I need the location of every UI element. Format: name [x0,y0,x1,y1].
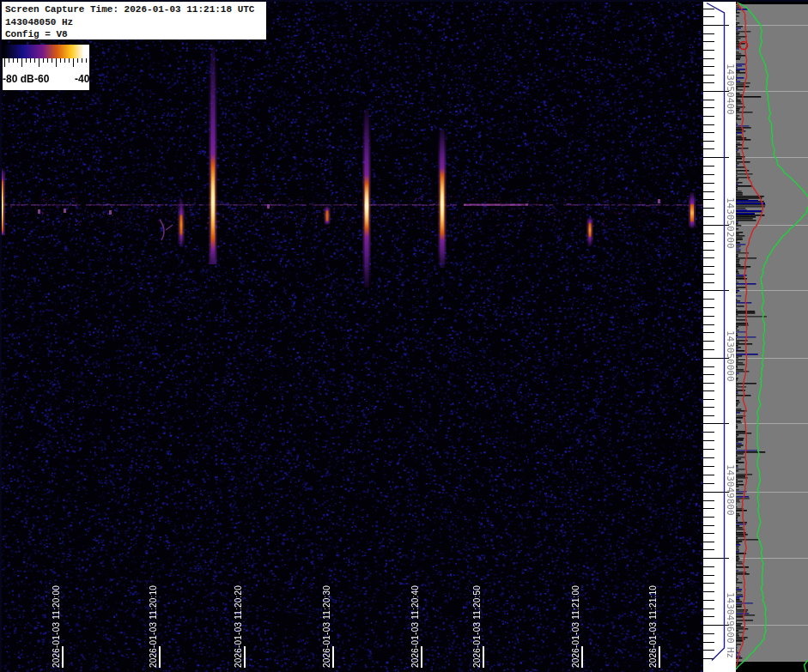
time-label: 2026-01-03 11:20:40 [410,573,420,668]
legend-label-80db: -80 dB [3,73,34,85]
time-label: 2026-01-03 11:20:20 [234,573,243,668]
capture-config-text: Config = V8 [5,28,266,41]
time-label-tick [659,646,660,668]
time-label: 2026-01-03 11:20:00 [52,573,61,668]
frequency-label: 143050400 [726,64,735,118]
time-label: 2026-01-03 11:21:00 [571,573,580,668]
window-border-left [0,0,2,672]
frequency-label: 143050200 [726,197,735,252]
frequency-label: 143049600 [726,592,735,647]
time-label-tick [421,646,422,668]
color-scale-gradient [3,45,89,58]
color-scale-legend: -80 dB -60 -40 [3,45,89,90]
frequency-unit-label: Hz [726,647,735,663]
legend-label-40db: -40 [75,73,89,85]
time-label-tick [244,646,246,668]
color-scale-ticks [3,58,89,70]
color-scale: -80 dB -60 -40 [3,58,89,90]
frequency-axis: 1430504001430502001430500001430498001430… [703,0,736,672]
capture-frequency-text: 143048050 Hz [5,16,266,29]
time-label-tick [332,646,334,668]
legend-label-60db: -60 [34,73,49,85]
time-label-tick [159,646,161,668]
capture-info-box: Screen Capture Time: 2026-01-03 11:21:18… [2,2,266,39]
time-label: 2026-01-03 11:20:50 [472,573,482,668]
time-label-tick [483,646,484,668]
time-label: 2026-01-03 11:20:10 [149,573,158,668]
time-label: 2026-01-03 11:21:10 [648,573,658,668]
spectrum-side-panel [736,0,808,672]
time-label: 2026-01-03 11:20:30 [322,573,331,668]
spectrum-lab-capture: 1430504001430502001430500001430498001430… [0,0,808,672]
time-label-tick [581,646,583,668]
capture-time-text: Screen Capture Time: 2026-01-03 11:21:18… [5,3,266,16]
frequency-label: 143050000 [726,330,735,385]
time-label-tick [62,646,64,668]
frequency-label: 143049800 [726,464,735,519]
waterfall-spectrogram [0,0,703,672]
color-scale-labels: -80 dB -60 -40 [3,70,89,88]
